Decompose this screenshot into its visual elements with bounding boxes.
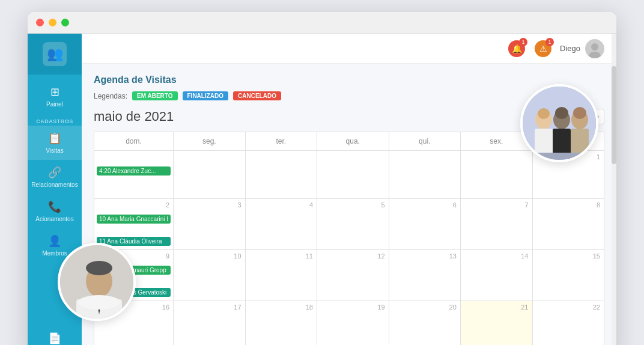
sidebar-item-documentos[interactable]: 📄 Documentos (28, 326, 82, 345)
notification-count-2: 1 (545, 38, 554, 46)
acionamentos-icon: 📞 (48, 200, 61, 213)
calendar-day[interactable]: 17 (174, 301, 246, 346)
day-number: 10 (234, 252, 241, 260)
calendar-grid: dom. seg. ter. qua. qui. sex. sáb 4:20 A… (94, 132, 604, 345)
visitas-icon: 📋 (48, 132, 61, 145)
sidebar-item-relacionamentos[interactable]: 🔗 Relacionamentos (28, 160, 82, 194)
legend-finalizado: FINALIZADO (183, 91, 229, 100)
day-number: 11 (306, 252, 313, 260)
calendar-day[interactable]: 15 (532, 250, 604, 301)
day-number: 19 (377, 304, 384, 311)
calendar-day[interactable]: 20 (389, 301, 460, 346)
user-avatar (585, 39, 604, 58)
page-title: Agenda de Visitas (94, 75, 604, 85)
calendar-day[interactable]: 3 (174, 199, 246, 250)
day-number: 13 (449, 252, 457, 260)
calendar-day[interactable] (389, 151, 460, 199)
calendar-day[interactable]: 10 (174, 250, 246, 301)
traffic-light-red[interactable] (36, 19, 44, 26)
calendar-month-title: maio de 2021 (94, 109, 174, 124)
day-number: 6 (453, 201, 457, 209)
calendar-day[interactable]: 19 (317, 301, 389, 346)
notification-badge-1[interactable]: 🔔 1 (507, 39, 526, 58)
sidebar-label-acionamentos: Acionamentos (35, 216, 73, 222)
sidebar-logo: 👥 (28, 34, 82, 75)
notification-count-1: 1 (519, 38, 527, 46)
topbar: 🔔 1 ⚠ 1 Diego (82, 34, 616, 64)
calendar-day[interactable]: 21 (460, 301, 532, 346)
svg-point-12 (538, 108, 550, 119)
day-number: 16 (162, 304, 169, 311)
sidebar-item-panel[interactable]: ⊞ Painel (28, 79, 82, 114)
svg-point-15 (555, 107, 568, 119)
sidebar-item-acionamentos[interactable]: 📞 Acionamentos (28, 194, 82, 228)
calendar-day[interactable] (174, 151, 246, 199)
username-label: Diego (560, 44, 580, 53)
sidebar-section-cadastros: CADASTROS (28, 114, 82, 126)
calendar-day[interactable] (317, 151, 389, 199)
svg-point-1 (589, 52, 601, 58)
user-menu[interactable]: Diego (560, 39, 604, 58)
legend-em-aberto: EM ABERTO (132, 91, 177, 100)
logo-icon: 👥 (43, 42, 67, 66)
doctor-photo-circle (58, 243, 136, 321)
calendar-day[interactable]: 210 Ana Maria Gnaccarini I11 Ana Cláudia… (94, 199, 174, 250)
weekday-seg: seg. (174, 132, 246, 151)
svg-point-9 (78, 295, 120, 310)
calendar-day[interactable] (245, 151, 317, 199)
scrollbar-track[interactable] (612, 34, 616, 345)
calendar-day[interactable]: 7 (460, 199, 532, 250)
calendar-day[interactable]: 14 (460, 250, 532, 301)
calendar-day[interactable]: 11 (245, 250, 317, 301)
svg-point-18 (573, 107, 586, 119)
day-number: 21 (521, 304, 528, 311)
traffic-light-green[interactable] (61, 19, 69, 26)
browser-titlebar (28, 12, 616, 34)
notification-badge-2[interactable]: ⚠ 1 (533, 39, 553, 58)
day-number: 7 (524, 201, 528, 209)
day-number: 2 (166, 201, 169, 209)
calendar-day[interactable]: 5 (317, 199, 389, 250)
svg-point-0 (591, 43, 598, 50)
day-number: 17 (234, 304, 241, 311)
day-number: 18 (306, 304, 313, 311)
day-number: 20 (449, 304, 457, 311)
calendar-event[interactable]: 10 Ana Maria Gnaccarini I (97, 215, 171, 224)
svg-point-6 (86, 261, 112, 275)
weekday-qui: qui. (389, 132, 460, 151)
legend-label: Legendas: (94, 92, 127, 100)
legend-cancelado: CANCELADO (233, 91, 281, 100)
calendar-day[interactable]: 4:20 Alexandre Zuc... (94, 151, 174, 199)
sidebar-item-visitas[interactable]: 📋 Visitas (28, 126, 82, 160)
calendar-day[interactable]: 8 (532, 199, 604, 250)
weekday-dom: dom. (94, 132, 174, 151)
day-number: 1 (597, 153, 600, 160)
main-content: 🔔 1 ⚠ 1 Diego (82, 34, 616, 345)
calendar-day[interactable]: 12 (317, 250, 389, 301)
sidebar-label-membros: Membros (42, 250, 67, 257)
calendar-day[interactable]: 22 (532, 301, 604, 346)
weekday-ter: ter. (245, 132, 317, 151)
traffic-light-yellow[interactable] (49, 19, 56, 26)
meeting-photo-circle (520, 84, 598, 162)
weekday-qua: qua. (317, 132, 389, 151)
scrollbar-thumb[interactable] (612, 66, 616, 164)
day-number: 12 (377, 252, 384, 260)
calendar-day[interactable]: 6 (389, 199, 460, 250)
day-number: 5 (381, 201, 384, 209)
sidebar-label-panel: Painel (46, 101, 63, 108)
documentos-icon: 📄 (48, 332, 61, 345)
calendar-day[interactable]: 18 (245, 301, 317, 346)
day-number: 4 (309, 201, 313, 209)
day-number: 22 (593, 304, 600, 311)
sidebar-label-relacionamentos: Relacionamentos (31, 182, 77, 188)
day-number: 15 (593, 252, 600, 260)
day-number: 14 (521, 252, 528, 260)
sidebar-label-visitas: Visitas (46, 147, 63, 154)
calendar-day[interactable]: 13 (389, 250, 460, 301)
calendar-event[interactable]: 4:20 Alexandre Zuc... (97, 166, 171, 176)
calendar-day[interactable] (460, 151, 532, 199)
day-number: 3 (237, 201, 241, 209)
day-number: 8 (597, 201, 600, 209)
calendar-day[interactable]: 4 (245, 199, 317, 250)
